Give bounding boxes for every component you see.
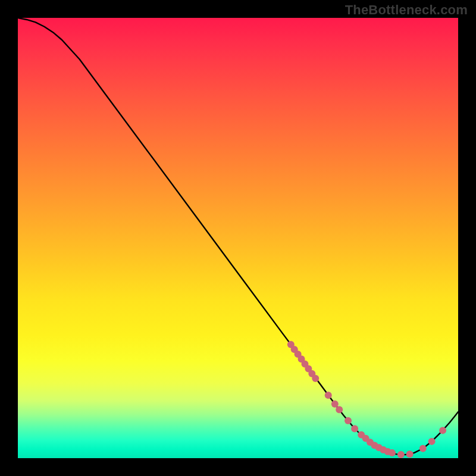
marker-dot <box>336 406 343 414</box>
marker-dot <box>419 445 427 452</box>
marker-dot <box>406 450 414 458</box>
curve-path <box>18 18 458 455</box>
chart-stage: TheBottleneck.com <box>0 0 476 476</box>
marker-dot <box>428 438 436 445</box>
marker-dot <box>389 449 396 456</box>
chart-svg <box>18 18 458 458</box>
plot-area <box>18 18 458 458</box>
marker-dots <box>287 341 446 458</box>
marker-dot <box>345 417 352 424</box>
marker-dot <box>439 427 446 434</box>
marker-dot <box>312 375 319 382</box>
marker-dot <box>397 451 405 458</box>
marker-dot <box>325 392 332 399</box>
marker-dot <box>351 425 358 432</box>
watermark-text: TheBottleneck.com <box>345 2 468 18</box>
marker-dot <box>331 400 339 408</box>
